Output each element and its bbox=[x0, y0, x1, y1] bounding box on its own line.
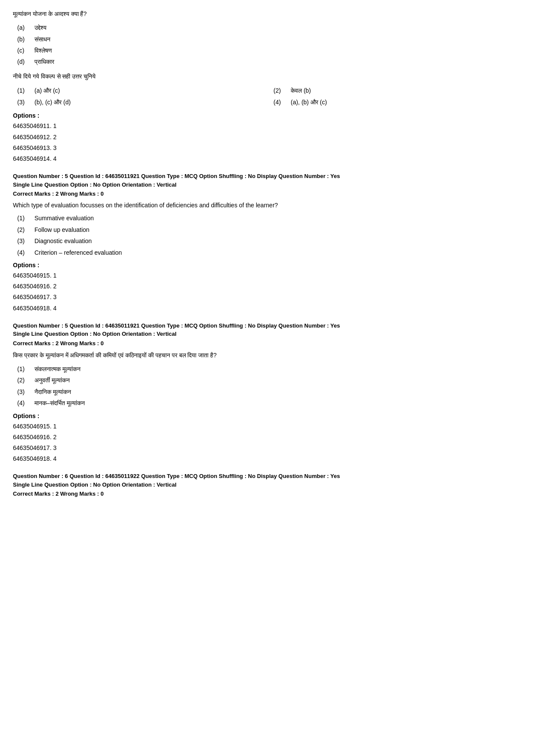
option-code: 64635046914. 4 bbox=[13, 153, 521, 164]
option-code: 64635046918. 4 bbox=[13, 303, 521, 314]
list-item: (c)विश्लेषण bbox=[17, 46, 521, 55]
top-question-text: मूल्यांकन योजना के अव्दश्य क्या हैं? bbox=[13, 9, 521, 19]
question-6-meta: Question Number : 6 Question Id : 646350… bbox=[13, 472, 521, 489]
option-code: 64635046917. 3 bbox=[13, 443, 521, 453]
option-codes-5en: 64635046915. 1 64635046916. 2 6463504691… bbox=[13, 270, 521, 314]
list-item: (b)संसाधन bbox=[17, 34, 521, 44]
option-code: 64635046912. 2 bbox=[13, 132, 521, 143]
top-options-list: (a)उद्देश्य (b)संसाधन (c)विश्लेषण (d)प्र… bbox=[17, 23, 521, 67]
grid-item-3: (3)(b), (c) और (d) bbox=[17, 97, 265, 108]
list-item: (2)Follow up evaluation bbox=[17, 225, 521, 234]
option-code: 64635046915. 1 bbox=[13, 421, 521, 432]
top-hindi-question: मूल्यांकन योजना के अव्दश्य क्या हैं? (a)… bbox=[13, 9, 521, 164]
meta-line2: Single Line Question Option : No Option … bbox=[13, 481, 521, 489]
question-5-hindi-text: किस प्रकार के मूल्यांकन में अधिगमकर्ता क… bbox=[13, 350, 521, 361]
option-code: 64635046915. 1 bbox=[13, 270, 521, 281]
marks-line-5en: Correct Marks : 2 Wrong Marks : 0 bbox=[13, 191, 521, 197]
option-code: 64635046916. 2 bbox=[13, 432, 521, 443]
options-label-5en: Options : bbox=[13, 262, 521, 269]
list-item: (4)मानक–संदर्भित मूल्यांकन bbox=[17, 398, 521, 408]
option-codes-1: 64635046911. 1 64635046912. 2 6463504691… bbox=[13, 121, 521, 164]
option-code: 64635046913. 3 bbox=[13, 143, 521, 153]
marks-line-5hi: Correct Marks : 2 Wrong Marks : 0 bbox=[13, 340, 521, 347]
option-code: 64635046911. 1 bbox=[13, 121, 521, 131]
question-5-hindi-block: Question Number : 5 Question Id : 646350… bbox=[13, 322, 521, 465]
option-code: 64635046918. 4 bbox=[13, 453, 521, 464]
sub-instruction: नीचे दिये गये विकल्प से सही उत्तर चुनिये bbox=[13, 71, 521, 82]
list-item: (1)संकलनात्मक मूल्यांकन bbox=[17, 364, 521, 374]
meta-line1: Question Number : 5 Question Id : 646350… bbox=[13, 172, 521, 181]
grid-item-4: (4)(a), (b) और (c) bbox=[273, 97, 521, 108]
list-item: (3)Diagnostic evaluation bbox=[17, 236, 521, 246]
list-item: (2)अनुवर्ती मूल्यांकन bbox=[17, 375, 521, 385]
question-5-text: Which type of evaluation focusses on the… bbox=[13, 200, 521, 210]
question-5-hindi-meta: Question Number : 5 Question Id : 646350… bbox=[13, 322, 521, 338]
grid-item-2: (2)केवल (b) bbox=[273, 85, 521, 96]
option-code: 64635046917. 3 bbox=[13, 292, 521, 303]
meta-line1: Question Number : 5 Question Id : 646350… bbox=[13, 322, 521, 330]
list-item: (a)उद्देश्य bbox=[17, 23, 521, 32]
options-label-1: Options : bbox=[13, 112, 521, 119]
question-5-en-options: (1)Summative evaluation (2)Follow up eva… bbox=[17, 213, 521, 257]
question-5-meta: Question Number : 5 Question Id : 646350… bbox=[13, 172, 521, 189]
list-item: (d)प्राधिकार bbox=[17, 57, 521, 66]
options-label-5hi: Options : bbox=[13, 412, 521, 419]
meta-line2: Single Line Question Option : No Option … bbox=[13, 181, 521, 189]
grid-item-1: (1)(a) और (c) bbox=[17, 85, 265, 96]
meta-line1: Question Number : 6 Question Id : 646350… bbox=[13, 472, 521, 481]
question-6-block: Question Number : 6 Question Id : 646350… bbox=[13, 472, 521, 497]
question-5-hi-options: (1)संकलनात्मक मूल्यांकन (2)अनुवर्ती मूल्… bbox=[17, 364, 521, 408]
list-item: (1)Summative evaluation bbox=[17, 213, 521, 223]
question-5-english-block: Question Number : 5 Question Id : 646350… bbox=[13, 172, 521, 314]
grid-options: (1)(a) और (c) (2)केवल (b) (3)(b), (c) और… bbox=[17, 85, 521, 108]
meta-line2: Single Line Question Option : No Option … bbox=[13, 330, 521, 338]
option-code: 64635046916. 2 bbox=[13, 281, 521, 292]
list-item: (4)Criterion – referenced evaluation bbox=[17, 248, 521, 257]
list-item: (3)नैदानिक मूल्यांकन bbox=[17, 387, 521, 397]
option-codes-5hi: 64635046915. 1 64635046916. 2 6463504691… bbox=[13, 421, 521, 465]
marks-line-6: Correct Marks : 2 Wrong Marks : 0 bbox=[13, 490, 521, 497]
